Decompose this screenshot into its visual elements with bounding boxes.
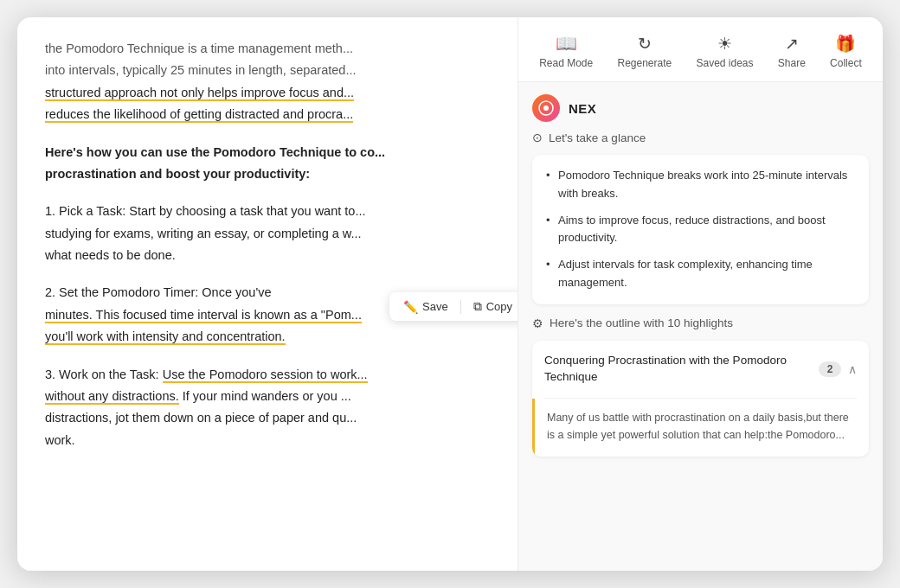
spinner-icon: ⊙	[532, 131, 543, 144]
regenerate-label: Regenerate	[617, 57, 672, 69]
glance-item-1: Pomodoro Technique breaks work into 25-m…	[546, 167, 855, 203]
outline-badge: 2	[819, 361, 841, 377]
article-panel: the Pomodoro Technique is a time managem…	[17, 17, 518, 571]
toolbar-collect[interactable]: 🎁 Collect	[821, 30, 871, 73]
top-toolbar: 📖 Read Mode ↻ Regenerate ☀ Saved ideas ↗…	[518, 17, 883, 82]
right-content: ⊙ Let's take a glance Pomodoro Technique…	[518, 131, 883, 571]
saved-ideas-icon: ☀	[717, 34, 732, 54]
nex-avatar	[532, 94, 560, 122]
copy-button[interactable]: ⧉ Copy	[470, 297, 516, 316]
outline-card: Conquering Procrastination with the Pomo…	[532, 341, 869, 457]
gear-icon: ⚙	[532, 316, 543, 330]
read-mode-icon: 📖	[556, 33, 577, 54]
glance-list: Pomodoro Technique breaks work into 25-m…	[546, 167, 855, 292]
outline-badge-area: 2 ∧	[819, 361, 857, 377]
save-label: Save	[422, 300, 448, 313]
glance-box: Pomodoro Technique breaks work into 25-m…	[532, 155, 869, 304]
highlight-1: structured approach not only helps impro…	[45, 86, 354, 101]
save-button[interactable]: ✏️ Save	[400, 298, 452, 316]
glance-item-2: Aims to improve focus, reduce distractio…	[546, 212, 855, 248]
highlight-5: Use the Pomodoro session to work... with…	[45, 368, 368, 405]
step-3: 3. Work on the Task: Use the Pomodoro se…	[45, 364, 490, 452]
share-icon: ↗	[785, 34, 799, 54]
pen-icon: ✏️	[403, 300, 418, 314]
main-container: the Pomodoro Technique is a time managem…	[17, 17, 883, 571]
regenerate-icon: ↻	[638, 34, 652, 54]
highlight-4: you'll work with intensity and concentra…	[45, 329, 286, 345]
collect-label: Collect	[830, 57, 862, 69]
toolbar-read-mode[interactable]: 📖 Read Mode	[530, 29, 601, 73]
article-content: the Pomodoro Technique is a time managem…	[45, 38, 490, 451]
glance-header: ⊙ Let's take a glance	[532, 131, 869, 144]
floating-toolbar: ✏️ Save ⧉ Copy	[389, 292, 518, 321]
chevron-up-icon[interactable]: ∧	[848, 362, 857, 376]
toolbar-share[interactable]: ↗ Share	[769, 30, 814, 73]
outline-header: ⚙ Here's the outline with 10 highlights	[532, 316, 869, 330]
nex-title: NEX	[569, 101, 596, 116]
outline-title-row: Conquering Procrastination with the Pomo…	[532, 341, 869, 398]
outline-header-text: Here's the outline with 10 highlights	[550, 316, 733, 329]
toolbar-saved-ideas[interactable]: ☀ Saved ideas	[687, 30, 762, 73]
saved-ideas-label: Saved ideas	[696, 57, 753, 69]
toolbar-regenerate[interactable]: ↻ Regenerate	[608, 30, 680, 73]
step-1: 1. Pick a Task: Start by choosing a task…	[45, 201, 490, 266]
share-label: Share	[778, 57, 806, 69]
article-intro: the Pomodoro Technique is a time managem…	[45, 38, 490, 126]
collect-icon: 🎁	[835, 34, 856, 54]
glance-item-3: Adjust intervals for task complexity, en…	[546, 256, 855, 292]
section-heading: Here's how you can use the Pomodoro Tech…	[45, 142, 490, 186]
outline-card-title: Conquering Procrastination with the Pomo…	[544, 353, 819, 386]
right-panel: 📖 Read Mode ↻ Regenerate ☀ Saved ideas ↗…	[518, 17, 883, 571]
copy-icon: ⧉	[473, 299, 482, 314]
copy-label: Copy	[486, 300, 512, 313]
bold-heading: Here's how you can use the Pomodoro Tech…	[45, 145, 385, 181]
highlight-3: minutes. This focused time interval is k…	[45, 308, 362, 323]
glance-header-text: Let's take a glance	[549, 131, 646, 144]
toolbar-divider	[460, 300, 461, 314]
svg-point-1	[543, 105, 549, 111]
read-mode-label: Read Mode	[539, 57, 593, 69]
highlight-2: reduces the likelihood of getting distra…	[45, 107, 353, 123]
outline-preview-text: Many of us battle with procrastination o…	[547, 409, 857, 444]
nex-header: NEX	[518, 82, 883, 131]
outline-preview: Many of us battle with procrastination o…	[532, 399, 869, 457]
